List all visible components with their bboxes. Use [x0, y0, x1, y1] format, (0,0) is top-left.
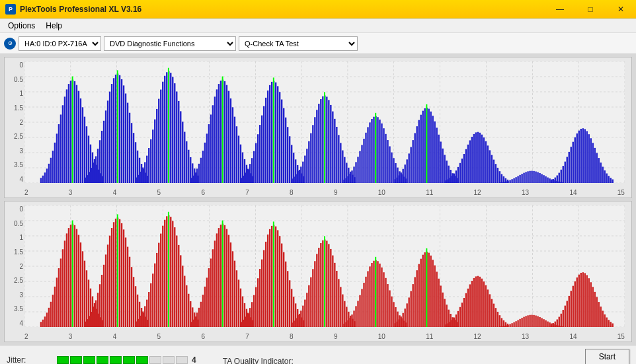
meter-segment — [123, 356, 135, 364]
metrics-column: Jitter: 4 Peak Shift: 5 — [7, 355, 196, 364]
jitter-meter — [57, 356, 188, 364]
bottom-chart-canvas-area — [24, 205, 625, 327]
charts-container: 4 3.5 3 2.5 2 1.5 1 0.5 0 2 3 4 5 6 7 8 … — [0, 54, 636, 345]
meter-segment — [149, 356, 161, 364]
meter-segment — [110, 356, 122, 364]
meter-segment — [176, 356, 188, 364]
bottom-chart-canvas — [24, 205, 625, 327]
bottom-panel: Jitter: 4 Peak Shift: 5 TA Quality Indic… — [0, 345, 636, 364]
meter-segment — [97, 356, 108, 364]
device-icon: ⊙ — [4, 38, 16, 50]
window-controls: — □ ✕ — [545, 0, 636, 18]
top-chart-panel: 4 3.5 3 2.5 2 1.5 1 0.5 0 2 3 4 5 6 7 8 … — [4, 57, 632, 198]
bottom-x-axis: 2 3 4 5 6 7 8 9 10 11 12 13 14 15 — [24, 333, 625, 340]
top-y-axis: 4 3.5 3 2.5 2 1.5 1 0.5 0 — [5, 61, 24, 183]
test-dropdown[interactable]: Q-Check TA Test — [239, 36, 358, 51]
jitter-metric: Jitter: 4 — [7, 355, 196, 364]
top-x-axis: 2 3 4 5 6 7 8 9 10 11 12 13 14 15 — [24, 189, 625, 196]
meter-segment — [57, 356, 69, 364]
window-title: PlexTools Professional XL V3.16 — [20, 5, 141, 14]
function-dropdown[interactable]: DVD Diagnostic Functions — [104, 36, 236, 51]
menu-help[interactable]: Help — [40, 20, 67, 32]
maximize-button[interactable]: □ — [575, 0, 606, 18]
device-selector: ⊙ HA:0 ID:0 PX-716A — [4, 36, 101, 51]
menu-bar: Options Help — [0, 18, 636, 33]
menu-options[interactable]: Options — [3, 20, 40, 32]
title-bar: P PlexTools Professional XL V3.16 — □ ✕ — [0, 0, 636, 18]
close-button[interactable]: ✕ — [606, 0, 636, 18]
meter-segment — [163, 356, 175, 364]
meter-segment — [83, 356, 95, 364]
app-icon: P — [5, 4, 16, 15]
top-chart-canvas — [24, 61, 625, 183]
action-buttons: Start i — [585, 349, 629, 364]
ta-quality-label: TA Quality Indicator: — [223, 357, 294, 364]
bottom-y-axis: 4 3.5 3 2.5 2 1.5 1 0.5 0 — [5, 205, 24, 327]
device-dropdown[interactable]: HA:0 ID:0 PX-716A — [19, 36, 101, 51]
meter-segment — [70, 356, 82, 364]
minimize-button[interactable]: — — [545, 0, 575, 18]
start-button[interactable]: Start — [585, 349, 629, 364]
top-chart-canvas-area — [24, 61, 625, 183]
toolbar: ⊙ HA:0 ID:0 PX-716A DVD Diagnostic Funct… — [0, 33, 636, 54]
jitter-label: Jitter: — [7, 355, 53, 364]
bottom-chart-panel: 4 3.5 3 2.5 2 1.5 1 0.5 0 2 3 4 5 6 7 8 … — [4, 201, 632, 342]
ta-quality-section: TA Quality Indicator: Very Good — [223, 357, 294, 364]
jitter-value: 4 — [192, 355, 196, 364]
meter-segment — [136, 356, 148, 364]
